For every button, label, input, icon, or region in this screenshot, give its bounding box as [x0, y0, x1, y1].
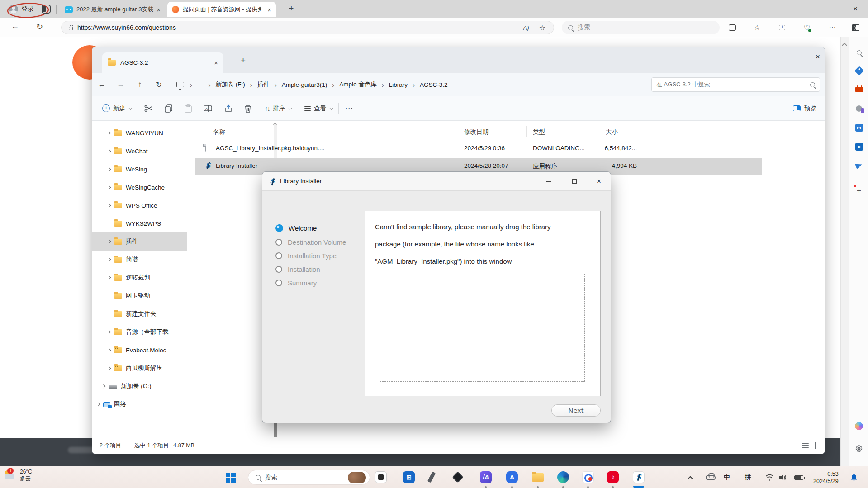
scroll-up-arrow[interactable]: [842, 43, 847, 47]
next-button[interactable]: Next: [551, 404, 601, 417]
battery-button[interactable]: [794, 466, 803, 488]
drop-button[interactable]: [854, 160, 864, 171]
login-button[interactable]: 登录: [5, 2, 40, 15]
outlook-button[interactable]: o: [854, 141, 864, 152]
view-button[interactable]: 查看: [304, 104, 332, 113]
chevron-right-icon[interactable]: [107, 330, 111, 334]
breadcrumb-ellipsis[interactable]: ⋯: [197, 81, 204, 88]
breadcrumb-item[interactable]: Ample 音色库: [339, 81, 377, 89]
page-scrollbar[interactable]: [840, 37, 849, 466]
preview-toggle[interactable]: 预览: [793, 104, 816, 113]
this-pc-icon[interactable]: [176, 82, 184, 87]
more-menu-button[interactable]: ⋯: [827, 23, 838, 33]
volume-button[interactable]: [779, 466, 787, 488]
chevron-right-icon[interactable]: [107, 185, 111, 189]
taskbar-app-blade[interactable]: [424, 470, 439, 484]
browser-tab-1[interactable]: 2022 最新 ample guitar 3安装教 ×: [60, 2, 165, 17]
favorite-star-icon[interactable]: ☆: [539, 24, 545, 32]
chevron-right-icon[interactable]: [107, 276, 111, 280]
more-commands-button[interactable]: ⋯: [345, 104, 353, 113]
split-screen-button[interactable]: [727, 23, 738, 33]
address-bar[interactable]: https://www.suyin66.com/questions A) ☆: [61, 21, 554, 34]
games-button[interactable]: [854, 103, 864, 114]
column-header-size[interactable]: 大小: [606, 128, 618, 136]
tree-item[interactable]: WeSing: [92, 160, 187, 178]
explorer-tab-close-icon[interactable]: ×: [214, 59, 218, 66]
window-minimize-button[interactable]: [792, 0, 813, 18]
explorer-search-box[interactable]: 在 AGSC-3.2 中搜索: [651, 77, 820, 92]
wifi-button[interactable]: [765, 466, 774, 488]
tools-button[interactable]: [854, 84, 864, 95]
breadcrumb-item[interactable]: 新加卷 (F:): [216, 81, 245, 89]
breadcrumb-item[interactable]: Ample-guitar3(1): [282, 81, 327, 88]
search-highlight-image[interactable]: [348, 472, 366, 483]
explorer-maximize-button[interactable]: [778, 47, 804, 67]
read-aloud-icon[interactable]: A): [523, 24, 529, 31]
taskbar-app-gem[interactable]: [451, 470, 465, 484]
workspaces-icon[interactable]: [42, 5, 51, 14]
chevron-right-icon[interactable]: [107, 204, 111, 207]
paste-button[interactable]: [185, 104, 192, 113]
drag-drop-zone[interactable]: [380, 274, 585, 382]
search-icon[interactable]: [810, 82, 815, 87]
dialog-title-bar[interactable]: S Library Installer ×: [262, 172, 611, 191]
sort-button[interactable]: ↑↓ 排序: [265, 104, 291, 113]
tree-item-network[interactable]: 网络: [92, 395, 187, 413]
copy-button[interactable]: [165, 104, 173, 113]
lock-icon[interactable]: [69, 27, 73, 30]
breadcrumb-item[interactable]: Library: [389, 81, 408, 88]
taskbar-app-netease-music[interactable]: ♪: [606, 470, 620, 484]
tree-item[interactable]: WeChat: [92, 142, 187, 160]
taskbar-app-store[interactable]: ⊞: [402, 470, 416, 484]
details-view-toggle[interactable]: [802, 442, 809, 449]
new-button[interactable]: + 新建: [102, 104, 131, 113]
dialog-maximize-button[interactable]: [562, 172, 587, 191]
taskbar-app-layers[interactable]: [374, 470, 388, 484]
tree-item[interactable]: 音源（全部下载: [92, 323, 187, 341]
explorer-tab[interactable]: AGSC-3.2 ×: [102, 52, 223, 73]
column-header-date[interactable]: 修改日期: [464, 128, 489, 136]
new-tab-button[interactable]: +: [286, 4, 297, 14]
add-sidebar-app-button[interactable]: +: [854, 185, 864, 196]
file-row[interactable]: AGSC_Library_Installer.pkg.baiduyun.... …: [195, 140, 762, 158]
dialog-close-button[interactable]: ×: [586, 172, 611, 191]
tree-item[interactable]: 新建文件夹: [92, 305, 187, 323]
browser-tab-2[interactable]: 提问页面 | 苏音资源网 - 提供免 ×: [167, 2, 276, 17]
tree-item[interactable]: 逆转裁判: [92, 269, 187, 287]
m365-button[interactable]: m: [854, 122, 864, 133]
ime-mode-button[interactable]: 拼: [745, 466, 751, 488]
chevron-right-icon[interactable]: [102, 384, 105, 388]
tree-item[interactable]: 西贝柳斯解压: [92, 359, 187, 377]
window-close-button[interactable]: ×: [845, 0, 866, 18]
sidebar-toggle-button[interactable]: [850, 23, 861, 33]
nav-forward-button[interactable]: →: [111, 80, 130, 89]
chevron-right-icon[interactable]: [107, 258, 111, 261]
tray-hidden-icons-button[interactable]: [688, 466, 691, 488]
chevron-right-icon[interactable]: [107, 149, 111, 153]
taskbar-app-explorer[interactable]: [531, 470, 545, 484]
column-header-name[interactable]: 名称: [213, 128, 225, 136]
nav-back-button[interactable]: ←: [92, 80, 111, 89]
tree-item[interactable]: 简谱: [92, 251, 187, 269]
dialog-content-box[interactable]: Cann't find sample library, please manua…: [365, 211, 601, 396]
browser-essentials-button[interactable]: ♡: [802, 23, 812, 33]
chevron-right-icon[interactable]: [107, 240, 111, 243]
sidebar-settings-button[interactable]: [854, 443, 864, 454]
chevron-right-icon[interactable]: [107, 131, 111, 135]
chevron-right-icon[interactable]: [107, 167, 111, 171]
sidebar-search-button[interactable]: [854, 47, 864, 58]
dialog-minimize-button[interactable]: [536, 172, 561, 191]
tree-item[interactable]: 网卡驱动: [92, 287, 187, 305]
taskbar-app-a-shield[interactable]: A: [505, 470, 519, 484]
browser-search-box[interactable]: 搜索: [562, 21, 720, 34]
tree-item-drive[interactable]: 新加卷 (G:): [92, 377, 187, 395]
tree-item[interactable]: WANGYIYUN: [92, 124, 187, 142]
back-button[interactable]: ←: [11, 22, 19, 31]
taskbar-app-edge[interactable]: [556, 470, 570, 484]
taskbar-app-ample[interactable]: /A: [479, 470, 493, 484]
shopping-button[interactable]: [854, 65, 864, 76]
large-icons-view-toggle[interactable]: [815, 442, 816, 449]
tree-item[interactable]: WPS Office: [92, 196, 187, 214]
weather-widget[interactable]: 1 26°C 多云: [4, 469, 32, 482]
taskbar-search-box[interactable]: 搜索: [248, 470, 370, 485]
